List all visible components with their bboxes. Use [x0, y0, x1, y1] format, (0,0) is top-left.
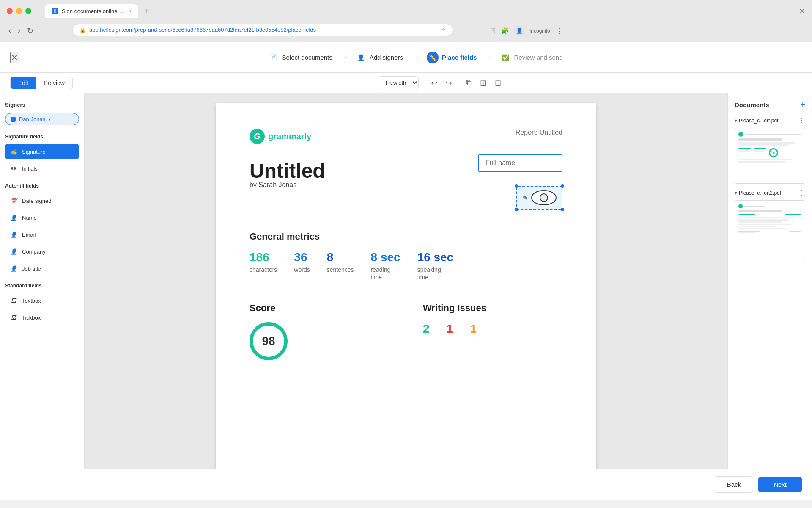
doc-file-2[interactable]: ▾ Please_c...ort2.pdf ⋮: [735, 189, 805, 260]
metric-speaking-time: 16 sec speakingtime: [417, 251, 454, 281]
cast-icon[interactable]: ⊡: [490, 27, 496, 35]
step-place-fields[interactable]: ✏️ Place fields: [420, 52, 484, 64]
autofill-title: Auto-fill fields: [5, 183, 79, 189]
redo-button[interactable]: ↪: [444, 77, 454, 89]
close-button[interactable]: ✕: [10, 52, 19, 64]
tab-title: Sign documents online | Hello...: [62, 8, 125, 14]
documents-header: Documents +: [735, 100, 805, 110]
doc-thumbnail-1: 98: [735, 128, 805, 184]
doc-file-1-menu[interactable]: ⋮: [798, 116, 805, 124]
field-item-job-title[interactable]: 👤 Job title: [5, 261, 79, 276]
score-col: Score 98: [250, 303, 389, 360]
toolbar: Edit Preview Fit width ↩ ↪ ⧉ ⊞ ⊟: [0, 73, 812, 93]
issue-value-orange: 1: [470, 322, 477, 336]
score-title: Score: [250, 303, 389, 314]
forward-nav-btn[interactable]: ›: [16, 25, 22, 37]
traffic-red: [7, 8, 13, 14]
standard-fields-title: Standard fields: [5, 283, 79, 289]
words-label: words: [294, 266, 310, 273]
tickbox-label: Tickbox: [22, 315, 41, 321]
preview-button[interactable]: Preview: [36, 77, 72, 89]
score-writing-section: Score 98 Writing Issues 2 1 1: [250, 303, 562, 360]
browser-tab[interactable]: H Sign documents online | Hello... ×: [45, 4, 138, 18]
step-arrow-1: →: [341, 54, 348, 61]
writing-issues-col: Writing Issues 2 1 1: [423, 303, 562, 360]
progress-steps: 📄 Select documents → 👤 Add signers → ✏️ …: [29, 52, 802, 64]
step-select-documents[interactable]: 📄 Select documents: [261, 52, 339, 63]
edit-button[interactable]: Edit: [11, 77, 36, 89]
reading-time-value: 8 sec: [371, 251, 401, 264]
document-area[interactable]: G grammarly Report: Untitled Untitled: [85, 93, 727, 469]
step-3-icon-bg: ✏️: [427, 52, 439, 64]
step-add-signers[interactable]: 👤 Add signers: [349, 52, 410, 63]
reading-time-label: readingtime: [371, 266, 391, 281]
table-button[interactable]: ⊟: [493, 77, 503, 89]
field-item-signature[interactable]: ✍ Signature: [5, 144, 79, 159]
field-item-initials[interactable]: XX Initials: [5, 161, 79, 176]
field-item-date-signed[interactable]: 📅 Date signed: [5, 193, 79, 208]
metric-sentences: 8 sentences: [327, 251, 354, 273]
field-item-tickbox[interactable]: ☑ Tickbox: [5, 310, 79, 325]
step-3-label: Place fields: [442, 54, 477, 61]
name-label: Name: [22, 215, 37, 221]
signers-title: Signers: [5, 102, 79, 108]
resize-handle-bl[interactable]: [515, 208, 518, 211]
score-value: 98: [262, 334, 275, 348]
step-2-icon: 👤: [356, 52, 366, 63]
signature-field-icon: ✍: [9, 147, 18, 156]
extensions-icon[interactable]: 🧩: [501, 27, 509, 35]
full-name-field[interactable]: [478, 154, 562, 172]
back-button[interactable]: Back: [715, 476, 753, 493]
signer-dropdown-icon: ▾: [49, 117, 51, 121]
profile-icon[interactable]: 👤: [514, 26, 524, 36]
field-item-company[interactable]: 👤 Company: [5, 244, 79, 259]
resize-handle-tl[interactable]: [515, 184, 518, 188]
signer-chip-dan-jonas[interactable]: Dan Jonas ▾: [5, 113, 79, 125]
step-review-and-send[interactable]: ✅ Review and send: [494, 52, 569, 63]
step-arrow-2: →: [411, 54, 418, 61]
traffic-green: [25, 8, 31, 14]
app-header: ✕ 📄 Select documents → 👤 Add signers → ✏…: [0, 42, 812, 73]
doc-thumbnail-2: [735, 200, 805, 260]
signer-name: Dan Jonas: [19, 116, 45, 122]
grammarly-logo-text: grammarly: [268, 132, 311, 141]
issue-value-red: 1: [447, 322, 453, 336]
doc-file-1-arrow: ▾: [735, 118, 737, 124]
step-4-icon: ✅: [500, 52, 510, 63]
copy-button[interactable]: ⧉: [464, 77, 473, 89]
step-1-icon: 📄: [268, 52, 278, 63]
tab-close-btn[interactable]: ×: [128, 8, 131, 14]
signature-drop-zone[interactable]: ✎: [516, 186, 562, 210]
undo-button[interactable]: ↩: [429, 77, 439, 89]
address-text[interactable]: app.hellosign.com/prep-and-send/6ce6ffa8…: [89, 27, 437, 33]
doc-file-1[interactable]: ▾ Please_c...ort.pdf ⋮: [735, 116, 805, 184]
zoom-select[interactable]: Fit width: [379, 76, 419, 89]
field-item-name[interactable]: 👤 Name: [5, 210, 79, 225]
metrics-title: General metrics: [250, 231, 562, 242]
field-item-email[interactable]: 👤 Email: [5, 227, 79, 242]
new-tab-button[interactable]: +: [141, 5, 153, 17]
back-nav-btn[interactable]: ‹: [7, 25, 13, 37]
doc-file-2-menu[interactable]: ⋮: [798, 189, 805, 197]
field-item-textbox[interactable]: ☐ Textbox: [5, 293, 79, 308]
step-2-label: Add signers: [370, 54, 403, 61]
refresh-btn[interactable]: ↻: [25, 25, 35, 37]
words-value: 36: [294, 251, 307, 264]
metrics-section: General metrics 186 characters 36 words …: [250, 231, 562, 281]
resize-handle-tr[interactable]: [561, 184, 564, 188]
score-circle: 98: [250, 322, 288, 360]
resize-handle-br[interactable]: [561, 208, 564, 211]
browser-menu[interactable]: ⋮: [555, 26, 563, 36]
view-button[interactable]: ⊞: [478, 77, 488, 89]
bookmark-icon[interactable]: ☆: [441, 27, 446, 33]
cursor-circle: [540, 193, 548, 202]
metric-reading-time: 8 sec readingtime: [371, 251, 401, 281]
signature-fields-section: Signature fields ✍ Signature XX Initials: [5, 134, 79, 176]
doc-author: by Sarah Jonas: [250, 181, 296, 189]
next-button[interactable]: Next: [758, 477, 802, 492]
browser-minimize[interactable]: ⤬: [799, 6, 805, 16]
doc-separator-2: [250, 294, 562, 294]
left-sidebar: Signers Dan Jonas ▾ Signature fields ✍ S…: [0, 93, 85, 469]
tab-favicon: H: [52, 8, 58, 14]
add-document-button[interactable]: +: [800, 100, 805, 110]
